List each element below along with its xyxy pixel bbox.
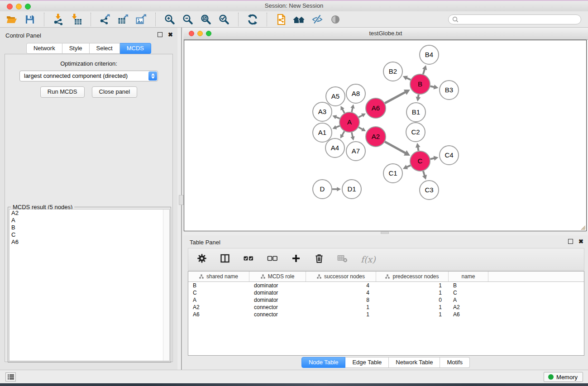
cell-mcds-role[interactable]: connector [249, 304, 306, 310]
network-edge-A-A7[interactable] [350, 132, 354, 140]
network-node-B[interactable]: B [410, 74, 430, 94]
search-field[interactable] [448, 14, 581, 24]
zoom-fit-button[interactable] [199, 12, 213, 27]
run-mcds-button[interactable]: Run MCDS [40, 86, 85, 98]
network-node-B3[interactable]: B3 [440, 81, 459, 100]
column-header-mcds-role[interactable]: MCDS role [249, 272, 306, 281]
export-image-button[interactable] [134, 12, 148, 27]
table-settings-button[interactable] [196, 253, 207, 266]
search-input[interactable] [461, 15, 581, 24]
network-edge-C-C4[interactable] [430, 156, 439, 161]
network-node-C2[interactable]: C2 [406, 123, 425, 142]
network-node-A1[interactable]: A1 [313, 123, 332, 142]
import-table-button[interactable] [69, 12, 84, 27]
node-table-row[interactable]: Bdominator41B [188, 282, 584, 289]
table-tab-network-table[interactable]: Network Table [389, 357, 440, 368]
network-edge-A-A8[interactable] [350, 104, 354, 112]
panel-divider[interactable] [177, 28, 183, 370]
network-edge-D-D1[interactable] [332, 187, 341, 191]
cell-mcds-role[interactable]: dominator [249, 297, 306, 303]
cell-name[interactable]: A6 [449, 311, 488, 318]
cell-successor-nodes[interactable]: 4 [306, 290, 376, 296]
table-tab-node-table[interactable]: Node Table [301, 357, 346, 368]
network-edge-A-A2[interactable] [359, 127, 366, 131]
table-tab-motifs[interactable]: Motifs [440, 357, 470, 368]
cell-name[interactable]: C [449, 290, 488, 296]
column-header-name[interactable]: name [449, 272, 488, 281]
delete-column-button[interactable] [314, 253, 325, 266]
network-node-A5[interactable]: A5 [326, 87, 345, 106]
network-edge-B-B2[interactable] [403, 76, 411, 80]
close-table-panel-icon[interactable]: ✖ [578, 239, 583, 244]
network-edge-C-C3[interactable] [422, 171, 427, 180]
cell-successor-nodes[interactable]: 1 [306, 304, 376, 310]
float-panel-icon[interactable] [158, 32, 163, 37]
network-node-A6[interactable]: A6 [366, 98, 386, 118]
table-tab-edge-table[interactable]: Edge Table [345, 357, 389, 368]
cell-successor-nodes[interactable]: 4 [306, 282, 376, 289]
export-table-button[interactable] [116, 12, 130, 27]
network-node-B2[interactable]: B2 [383, 62, 402, 81]
result-scrollbar[interactable] [163, 210, 169, 361]
close-window-button[interactable] [7, 4, 13, 10]
network-node-A4[interactable]: A4 [325, 138, 344, 157]
network-node-C4[interactable]: C4 [440, 146, 459, 165]
divider-grip[interactable] [179, 195, 184, 205]
cell-successor-nodes[interactable]: 1 [306, 311, 376, 318]
network-node-A2[interactable]: A2 [366, 127, 386, 147]
cell-mcds-role[interactable]: dominator [249, 282, 306, 289]
memory-button[interactable]: Memory [544, 372, 583, 382]
network-edge-C-C2[interactable] [416, 143, 421, 151]
network-node-A8[interactable]: A8 [346, 84, 365, 103]
network-edge-B-B4[interactable] [422, 65, 427, 74]
cell-predecessor-nodes[interactable]: 1 [376, 282, 449, 289]
create-column-button[interactable] [291, 253, 301, 266]
select-all-button[interactable] [243, 253, 254, 266]
control-tab-mcds[interactable]: MCDS [120, 43, 151, 54]
network-edge-C-C1[interactable] [403, 165, 411, 169]
task-history-button[interactable] [5, 372, 16, 381]
network-edge-A-A4[interactable] [340, 131, 344, 138]
column-header-shared-name[interactable]: shared name [188, 272, 249, 281]
zoom-out-button[interactable] [181, 12, 195, 27]
network-node-A[interactable]: A [339, 112, 359, 132]
control-tab-style[interactable]: Style [62, 43, 90, 54]
cell-predecessor-nodes[interactable]: 1 [376, 304, 449, 310]
close-panel-icon[interactable]: ✖ [168, 32, 173, 37]
cell-mcds-role[interactable]: connector [249, 311, 306, 318]
zoom-in-button[interactable] [163, 12, 177, 27]
network-close-button[interactable] [189, 31, 194, 36]
show-hidden-button[interactable] [328, 12, 343, 27]
network-edge-A-A3[interactable] [332, 115, 339, 119]
export-network-button[interactable] [98, 12, 112, 27]
network-edge-A-A5[interactable] [340, 106, 344, 113]
cell-name[interactable]: A2 [449, 304, 488, 310]
mcds-result-item[interactable]: A2 [10, 210, 169, 217]
network-edge-A-A6[interactable] [359, 114, 366, 117]
network-edge-B-B3[interactable] [430, 85, 439, 90]
cell-successor-nodes[interactable]: 8 [306, 297, 376, 303]
column-header-predecessor-nodes[interactable]: predecessor nodes [376, 272, 449, 281]
cell-predecessor-nodes[interactable]: 1 [376, 290, 449, 296]
horizontal-divider-grip[interactable] [381, 232, 389, 234]
network-edge-A2-C[interactable] [385, 142, 410, 156]
mcds-result-item[interactable]: B [10, 224, 169, 231]
resize-grip-icon[interactable] [578, 223, 586, 230]
save-session-button[interactable] [23, 12, 37, 27]
cell-name[interactable]: B [449, 282, 488, 289]
network-canvas[interactable]: B4B2BB3A8A5A6A3B1AC2A1A2A4A7C4CC1C3DD1 [184, 40, 587, 231]
control-tab-select[interactable]: Select [90, 43, 120, 54]
apply-layout-button[interactable] [245, 12, 260, 27]
network-node-A7[interactable]: A7 [346, 142, 365, 161]
control-tab-network[interactable]: Network [26, 43, 62, 54]
network-maximize-button[interactable] [206, 31, 211, 36]
cell-shared-name[interactable]: A2 [188, 304, 249, 310]
maximize-window-button[interactable] [25, 4, 31, 10]
network-node-D1[interactable]: D1 [342, 180, 361, 199]
network-node-D[interactable]: D [313, 180, 332, 199]
network-edge-B-B1[interactable] [416, 95, 421, 101]
mcds-result-item[interactable]: A [10, 217, 169, 224]
network-node-C1[interactable]: C1 [383, 164, 402, 183]
import-network-button[interactable] [51, 12, 66, 27]
cell-name[interactable]: A [449, 297, 488, 303]
